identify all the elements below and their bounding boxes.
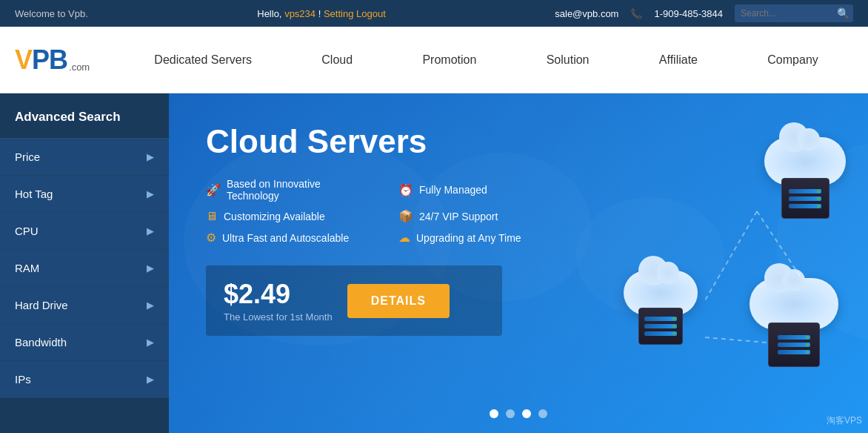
arrow-icon-hard-drive: ▶	[147, 300, 154, 311]
server-line-7	[778, 335, 810, 340]
dot-4[interactable]	[538, 409, 547, 418]
hero-feature-0: 🚀 Based on Innovative Technology	[206, 178, 369, 202]
sidebar-label-hard-drive: Hard Drive	[15, 299, 68, 311]
nav-link-affiliate[interactable]: Affiliate	[650, 46, 707, 74]
feature-text-5: Upgrading at Any Time	[416, 232, 521, 244]
hero-feature-1: ⏰ Fully Managed	[398, 178, 561, 202]
hero-features: 🚀 Based on Innovative Technology ⏰ Fully…	[206, 178, 561, 245]
search-button[interactable]: 🔍	[837, 7, 849, 19]
logo: VPB .com	[15, 44, 90, 76]
nav-item-affiliate[interactable]: Affiliate	[650, 46, 707, 74]
feature-text-2: Customizing Available	[224, 211, 325, 222]
user-greeting: Hello, vps234 ! Setting Logout	[257, 8, 386, 19]
price-amount: $2.49	[224, 279, 333, 310]
hero-feature-5: ☁ Upgrading at Any Time	[398, 231, 561, 245]
arrow-icon-ips: ▶	[147, 374, 154, 385]
hero-feature-3: 📦 24/7 VIP Support	[398, 209, 561, 223]
feature-icon-2: 🖥	[206, 210, 218, 223]
price-block: $2.49 The Lowest for 1st Month	[224, 279, 333, 323]
nav-links: Dedicated Servers Cloud Promotion Soluti…	[119, 46, 853, 74]
sidebar-label-price: Price	[15, 151, 40, 163]
server-line-3	[789, 204, 821, 208]
feature-icon-3: 📦	[398, 209, 413, 223]
sidebar-label-ram: RAM	[15, 262, 39, 274]
dot-1[interactable]	[490, 409, 498, 418]
email-text: sale@vpb.com	[555, 8, 618, 19]
hero-feature-4: ⚙ Ultra Fast and Autoscalable	[206, 231, 369, 245]
details-button[interactable]: DETAILS	[347, 284, 450, 318]
phone-icon: 📞	[630, 8, 642, 19]
dot-3[interactable]	[522, 409, 531, 418]
sidebar-item-cpu[interactable]: CPU ▶	[0, 213, 169, 250]
server-line-1	[789, 189, 821, 194]
feature-text-3: 24/7 VIP Support	[419, 211, 498, 222]
phone-text: 1-909-485-3844	[654, 8, 723, 19]
sidebar-item-price[interactable]: Price ▶	[0, 139, 169, 176]
hero-feature-2: 🖥 Customizing Available	[206, 209, 369, 223]
hero-pricing: $2.49 The Lowest for 1st Month DETAILS	[206, 265, 502, 336]
logo-text: VPB	[15, 44, 67, 76]
nav-bar: VPB .com Dedicated Servers Cloud Promoti…	[0, 27, 868, 93]
nav-item-dedicated-servers[interactable]: Dedicated Servers	[145, 46, 261, 74]
feature-text-0: Based on Innovative Technology	[227, 178, 369, 202]
feature-icon-0: 🚀	[206, 183, 221, 197]
top-bar-right: sale@vpb.com 📞 1-909-485-3844 🔍	[555, 4, 853, 22]
arrow-icon-bandwidth: ▶	[147, 337, 154, 348]
arrow-icon-hot-tag: ▶	[147, 188, 154, 199]
server-box-bottom-left	[638, 308, 683, 345]
slider-dots	[490, 409, 547, 418]
feature-icon-5: ☁	[398, 231, 410, 245]
server-box-top-right	[781, 178, 829, 219]
sidebar-item-bandwidth[interactable]: Bandwidth ▶	[0, 324, 169, 361]
nav-link-promotion[interactable]: Promotion	[413, 46, 485, 74]
hero-title: Cloud Servers	[206, 123, 831, 160]
nav-link-cloud[interactable]: Cloud	[313, 46, 361, 74]
hero-banner: Cloud Servers 🚀 Based on Innovative Tech…	[169, 93, 868, 433]
setting-link[interactable]: Setting	[324, 8, 353, 19]
search-input[interactable]	[741, 8, 837, 19]
nav-link-solution[interactable]: Solution	[538, 46, 598, 74]
search-box[interactable]: 🔍	[735, 4, 853, 22]
sidebar-label-ips: IPs	[15, 373, 31, 386]
sidebar-item-hot-tag[interactable]: Hot Tag ▶	[0, 176, 169, 213]
top-bar: Welcome to Vpb. Hello, vps234 ! Setting …	[0, 0, 868, 27]
main-content: Advanced Search Price ▶ Hot Tag ▶ CPU ▶ …	[0, 93, 868, 433]
feature-icon-1: ⏰	[398, 183, 413, 197]
logout-link[interactable]: Logout	[356, 8, 386, 19]
username-link[interactable]: vps234	[284, 8, 316, 19]
server-line-9	[778, 350, 810, 354]
price-sub: The Lowest for 1st Month	[224, 311, 333, 323]
logo-com: .com	[69, 62, 90, 73]
arrow-icon-cpu: ▶	[147, 225, 154, 237]
sidebar-item-ram[interactable]: RAM ▶	[0, 250, 169, 287]
sidebar-item-ips[interactable]: IPs ▶	[0, 361, 169, 398]
feature-text-1: Fully Managed	[419, 184, 487, 196]
sidebar-title: Advanced Search	[0, 93, 169, 139]
server-line-4	[644, 317, 677, 321]
dot-2[interactable]	[506, 409, 515, 418]
sidebar-label-hot-tag: Hot Tag	[15, 188, 53, 200]
watermark: 淘客VPS	[827, 414, 862, 427]
nav-item-promotion[interactable]: Promotion	[413, 46, 485, 74]
sidebar-label-bandwidth: Bandwidth	[15, 336, 67, 348]
logo-v: V	[15, 44, 32, 75]
nav-item-solution[interactable]: Solution	[538, 46, 598, 74]
sidebar-label-cpu: CPU	[15, 225, 39, 237]
server-box-bottom-right	[768, 323, 820, 367]
nav-item-cloud[interactable]: Cloud	[313, 46, 361, 74]
nav-item-company[interactable]: Company	[758, 46, 827, 74]
feature-icon-4: ⚙	[206, 231, 216, 245]
nav-link-company[interactable]: Company	[758, 46, 827, 74]
server-line-6	[644, 331, 677, 336]
logo-pb: PB	[32, 44, 67, 75]
server-line-2	[789, 196, 821, 201]
feature-text-4: Ultra Fast and Autoscalable	[222, 232, 349, 244]
sidebar: Advanced Search Price ▶ Hot Tag ▶ CPU ▶ …	[0, 93, 169, 433]
nav-link-dedicated-servers[interactable]: Dedicated Servers	[145, 46, 261, 74]
arrow-icon-ram: ▶	[147, 262, 154, 274]
server-line-8	[778, 343, 810, 347]
sidebar-item-hard-drive[interactable]: Hard Drive ▶	[0, 287, 169, 324]
arrow-icon-price: ▶	[147, 151, 154, 162]
server-line-5	[644, 324, 677, 328]
hero-content: Cloud Servers 🚀 Based on Innovative Tech…	[206, 123, 831, 336]
